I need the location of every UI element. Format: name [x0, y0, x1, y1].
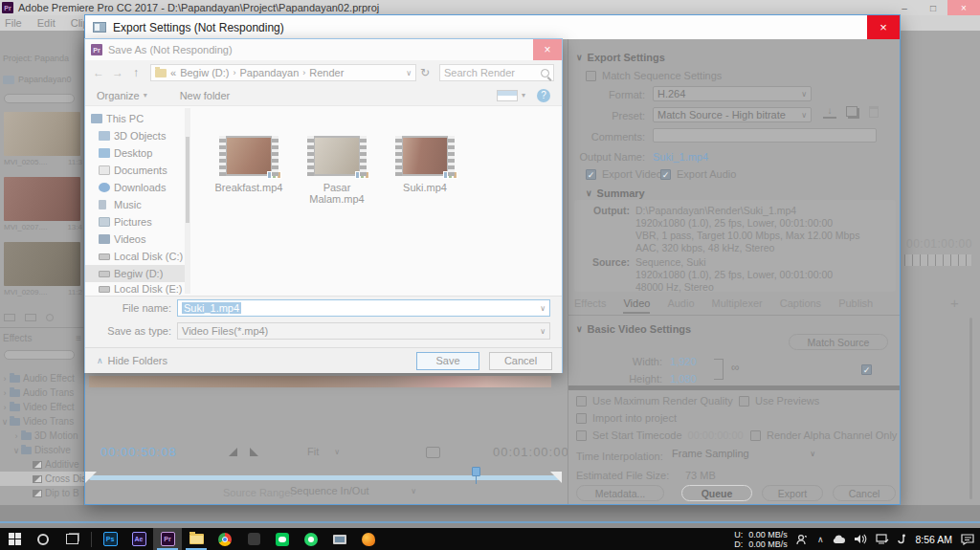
taskbar-chrome[interactable] [211, 528, 239, 550]
export-button[interactable]: Export [762, 485, 823, 501]
effects-search-input[interactable] [4, 350, 75, 360]
breadcrumb-folder[interactable]: Render [309, 67, 344, 78]
mark-in-icon[interactable] [229, 448, 237, 456]
monitor-time-ruler[interactable] [904, 254, 971, 266]
menu-file[interactable]: File [5, 17, 22, 29]
sidebar-scrollbar[interactable] [185, 108, 190, 294]
address-bar[interactable]: « Begiw (D:) › Papandayan › Render ∨ [150, 64, 416, 81]
file-name-label[interactable]: Breakfast.mp4 [201, 182, 297, 193]
breadcrumb-folder[interactable]: Papandayan [239, 67, 299, 78]
refresh-icon[interactable]: ↻ [420, 66, 430, 79]
project-search-input[interactable] [4, 94, 75, 103]
tab-captions[interactable]: Captions [780, 297, 821, 314]
link-dimensions-icon[interactable]: ∞ [731, 361, 740, 374]
cancel-button[interactable]: Cancel [833, 485, 896, 501]
link-tool-icon[interactable] [898, 534, 906, 545]
source-range-select[interactable]: Sequence In/Out ∨ [290, 485, 416, 496]
save-button[interactable]: Save [416, 352, 479, 370]
view-options-icon[interactable] [497, 90, 518, 101]
output-name-link[interactable]: Suki_1.mp4 [653, 151, 708, 163]
constrain-checkbox[interactable]: ✓ [861, 364, 872, 375]
effects-tree-item[interactable]: Dip to B [0, 486, 84, 500]
export-close-button[interactable]: × [867, 15, 900, 39]
export-audio-checkbox[interactable]: ✓ Export Audio [660, 168, 736, 180]
effects-tree-item[interactable]: Additive [0, 457, 84, 472]
save-as-title-bar[interactable]: Pr Save As (Not Responding) × [85, 39, 562, 60]
width-value[interactable]: 1,920 [670, 356, 697, 367]
project-bin-row[interactable]: Papandayan0 [3, 75, 83, 84]
start-button[interactable] [0, 528, 29, 550]
speaker-icon[interactable] [855, 534, 867, 544]
taskbar-browser[interactable] [354, 528, 383, 550]
tab-video[interactable]: Video [623, 297, 650, 314]
save-as-type-select[interactable]: Video Files(*.mp4) ∨ [177, 322, 550, 340]
effects-tree-item[interactable]: ›3D Motion [0, 429, 84, 443]
view-caret-icon[interactable]: ▾ [522, 91, 525, 99]
new-bin-icon[interactable] [46, 314, 54, 321]
hide-folders-button[interactable]: ∧ Hide Folders [97, 355, 167, 366]
tab-multiplexer[interactable]: Multiplexer [712, 297, 763, 314]
sidebar-item-begiw-d[interactable]: Begiw (D:) [85, 265, 185, 282]
taskbar-nox[interactable] [239, 528, 268, 550]
timeline-scrubber[interactable] [89, 475, 560, 480]
set-start-timecode-checkbox[interactable]: Set Start Timecode 00:00:00:00 [576, 429, 744, 441]
breadcrumb-drive[interactable]: Begiw (D:) [180, 67, 229, 78]
file-name-label[interactable]: Pasar Malam.mp4 [289, 182, 385, 205]
sidebar-item-music[interactable]: Music [85, 196, 185, 213]
save-as-close-button[interactable]: × [533, 39, 562, 60]
save-preset-icon[interactable]: ↓ [823, 106, 836, 119]
panel-menu-icon[interactable]: ≡ [76, 333, 81, 343]
help-icon[interactable]: ? [537, 89, 550, 102]
close-window-button[interactable]: × [947, 0, 980, 15]
sidebar-item-pictures[interactable]: Pictures [85, 213, 185, 231]
expand-icon[interactable]: › [0, 374, 10, 384]
sidebar-item-documents[interactable]: Documents [85, 162, 185, 179]
taskbar-whatsapp[interactable] [297, 528, 325, 550]
clip-row[interactable]: MVI_0209.... 11:2 [4, 288, 82, 297]
export-video-checkbox[interactable]: ✓ Export Video [586, 168, 662, 180]
taskbar-photoshop[interactable]: Ps [96, 528, 124, 550]
comments-input[interactable] [653, 128, 877, 143]
delete-preset-icon[interactable] [869, 106, 879, 118]
sidebar-item-local-disk-e[interactable]: Local Disk (E:) [85, 282, 185, 296]
time-interpolation-select[interactable]: Frame Sampling ∨ [672, 448, 815, 459]
action-center-icon[interactable] [961, 534, 974, 545]
clip-row[interactable]: MVI_0207.... 13:4 [4, 223, 82, 231]
import-preset-icon[interactable] [846, 106, 858, 117]
forward-icon[interactable]: → [112, 66, 123, 79]
tab-publish[interactable]: Publish [838, 297, 873, 314]
range-start-handle[interactable] [85, 472, 97, 483]
match-source-button[interactable]: Match Source [789, 334, 888, 350]
tab-audio[interactable]: Audio [667, 297, 694, 314]
vertical-scrollbar[interactable] [969, 318, 972, 499]
search-input[interactable]: Search Render [439, 64, 554, 81]
cloud-icon[interactable] [832, 535, 846, 544]
effects-tree-item[interactable]: ›Audio Effect [0, 371, 84, 385]
list-view-icon[interactable] [4, 314, 15, 321]
collapse-icon[interactable]: ∨ [11, 446, 21, 455]
up-icon[interactable]: ↑ [133, 66, 139, 79]
back-icon[interactable]: ← [93, 66, 104, 79]
new-folder-button[interactable]: New folder [180, 90, 231, 101]
clip-row[interactable]: MVI_0205.... 11:3 [4, 158, 82, 166]
clip-thumbnail[interactable] [4, 242, 80, 286]
expand-icon[interactable]: › [0, 403, 10, 412]
preset-select[interactable]: Match Source - High bitrate ∨ [653, 107, 812, 122]
export-dialog-title-bar[interactable]: Export Settings (Not Responding) × [85, 15, 900, 39]
menu-edit[interactable]: Edit [37, 17, 56, 29]
format-select[interactable]: H.264 ∨ [653, 86, 812, 101]
people-icon[interactable] [796, 534, 809, 545]
metadata-button[interactable]: Metadata... [576, 485, 664, 501]
effects-tree-item[interactable]: ›Audio Trans [0, 385, 84, 400]
expand-icon[interactable]: › [0, 388, 10, 398]
mark-out-icon[interactable] [250, 448, 258, 456]
effects-tree-item[interactable]: ∨Dissolve [0, 443, 84, 457]
match-sequence-checkbox[interactable]: Match Sequence Settings [586, 70, 722, 81]
use-previews-checkbox[interactable]: Use Previews [739, 395, 819, 407]
file-pasar-malam-thumbnail[interactable] [307, 136, 367, 176]
taskbar-file-explorer[interactable] [182, 528, 211, 550]
effects-tree-item[interactable]: ∨Video Trans [0, 414, 84, 429]
playhead-handle[interactable] [472, 467, 480, 476]
export-settings-header[interactable]: ∨ Export Settings [576, 52, 665, 63]
network-icon[interactable] [876, 534, 889, 544]
